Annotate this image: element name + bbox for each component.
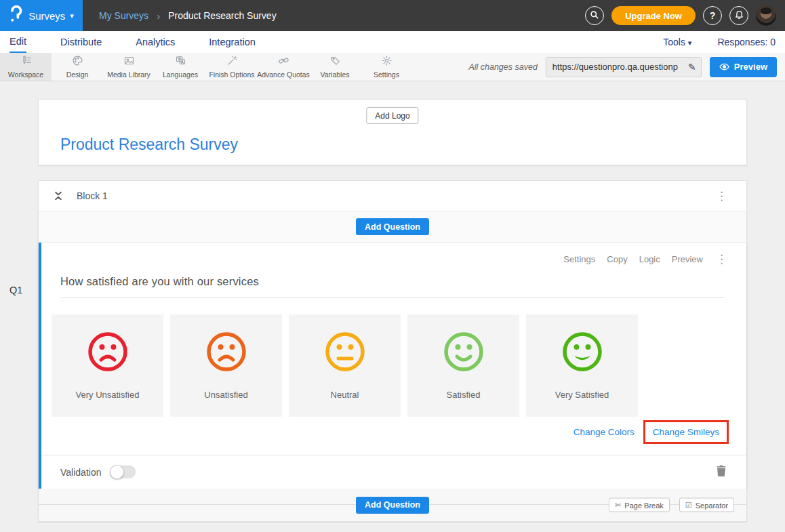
- app-menu-label: Surveys: [28, 10, 65, 22]
- edit-toolbar: Workspace Design Media Library Languages…: [0, 53, 785, 81]
- tag-icon: [329, 55, 341, 69]
- toolbar-item-finish-options[interactable]: Finish Options: [206, 53, 258, 81]
- responses-count[interactable]: Responses: 0: [717, 37, 776, 47]
- question-card: Settings Copy Logic Preview ⋮ How satisf…: [39, 243, 746, 489]
- survey-nav: Edit Distribute Analytics Integration To…: [0, 31, 785, 53]
- tab-edit[interactable]: Edit: [9, 32, 26, 53]
- image-icon: [123, 55, 135, 69]
- survey-url-value[interactable]: https://questionpro.qa.questionp: [546, 62, 683, 72]
- breadcrumb: My Surveys › Product Research Survey: [99, 10, 277, 22]
- smiley-option-very-satisfied[interactable]: Very Satisfied: [526, 314, 638, 417]
- questionpro-logo-icon: [9, 5, 22, 26]
- block-footer: Add Question ✄ Page Break ☑ Separator: [39, 489, 746, 521]
- collapse-block-icon[interactable]: [54, 190, 64, 202]
- add-question-button-top[interactable]: Add Question: [356, 218, 429, 235]
- magic-wand-icon: [226, 55, 238, 69]
- tools-menu[interactable]: Tools ▾: [663, 37, 691, 47]
- add-question-row-top: Add Question: [39, 212, 746, 243]
- user-avatar[interactable]: [756, 5, 776, 26]
- toolbar-item-media-library[interactable]: Media Library: [103, 53, 155, 81]
- search-button[interactable]: [585, 6, 604, 25]
- notifications-button[interactable]: [729, 6, 748, 25]
- scissors-icon: ✄: [615, 501, 621, 510]
- question-mark-icon: ?: [710, 10, 716, 21]
- question-copy-link[interactable]: Copy: [607, 254, 627, 264]
- breadcrumb-current: Product Research Survey: [168, 10, 277, 21]
- upgrade-now-button[interactable]: Upgrade Now: [611, 6, 696, 25]
- toolbar-item-languages[interactable]: Languages: [155, 53, 206, 81]
- save-status-text: All changes saved: [468, 62, 537, 72]
- trash-icon: [717, 467, 726, 478]
- help-button[interactable]: ?: [703, 6, 722, 25]
- validation-toggle[interactable]: [110, 466, 136, 478]
- validation-row: Validation: [41, 455, 746, 489]
- delete-question-button[interactable]: [717, 465, 726, 479]
- chain-link-icon: [278, 55, 289, 69]
- smiley-scale: Very Unsatisfied Unsatisfied Neutral Sat…: [52, 314, 638, 417]
- toolbar-item-advance-quotas[interactable]: Advance Quotas: [258, 53, 309, 81]
- chevron-down-icon: ▾: [70, 12, 74, 20]
- topbar-actions: Upgrade Now ?: [585, 5, 785, 26]
- tab-analytics[interactable]: Analytics: [136, 33, 175, 52]
- gear-icon: [381, 55, 392, 69]
- smiley-customize-links: Change Colors Change Smileys: [573, 420, 729, 444]
- separator-button[interactable]: ☑ Separator: [679, 498, 734, 512]
- toggle-knob: [110, 465, 124, 479]
- block-card: Block 1 ⋮ Add Question Settings Copy Log…: [38, 180, 747, 522]
- question-text-wrap: How satisfied are you with our services: [60, 275, 725, 298]
- question-text[interactable]: How satisfied are you with our services: [60, 275, 259, 287]
- block-header: Block 1 ⋮: [39, 181, 746, 212]
- smiley-option-unsatisfied[interactable]: Unsatisfied: [170, 314, 282, 417]
- breadcrumb-my-surveys[interactable]: My Surveys: [99, 10, 148, 21]
- top-bar: Surveys ▾ My Surveys › Product Research …: [0, 0, 785, 31]
- toolbar-item-variables[interactable]: Variables: [309, 53, 361, 81]
- search-icon: [590, 10, 599, 22]
- toolbar-item-design[interactable]: Design: [52, 53, 103, 81]
- add-question-button-bottom[interactable]: Add Question: [356, 497, 429, 514]
- app-logo-menu[interactable]: Surveys ▾: [0, 0, 83, 31]
- survey-url-field[interactable]: https://questionpro.qa.questionp ✎: [546, 57, 702, 77]
- tab-integration[interactable]: Integration: [209, 33, 256, 52]
- checkbox-icon: ☑: [685, 501, 692, 510]
- validation-label: Validation: [60, 467, 101, 478]
- block-options-kebab-icon[interactable]: ⋮: [712, 189, 731, 203]
- question-options-kebab-icon[interactable]: ⋮: [712, 252, 731, 266]
- workspace-icon: [20, 55, 32, 69]
- survey-title[interactable]: Product Research Survey: [60, 136, 238, 154]
- chevron-down-icon: ▾: [688, 39, 692, 47]
- translate-icon: [175, 55, 186, 69]
- breadcrumb-separator-icon: ›: [157, 10, 160, 22]
- question-id-label: Q1: [9, 285, 22, 295]
- survey-header-card: Add Logo Product Research Survey: [38, 99, 747, 165]
- tab-distribute[interactable]: Distribute: [60, 33, 102, 52]
- change-smileys-link[interactable]: Change Smileys: [653, 427, 719, 437]
- block-title[interactable]: Block 1: [77, 190, 108, 201]
- smiley-option-very-unsatisfied[interactable]: Very Unsatisfied: [52, 314, 163, 417]
- page-break-button[interactable]: ✄ Page Break: [609, 498, 670, 512]
- question-menu: Settings Copy Logic Preview ⋮: [563, 252, 731, 266]
- eye-icon: [719, 63, 729, 70]
- question-settings-link[interactable]: Settings: [563, 254, 595, 264]
- palette-icon: [72, 55, 83, 69]
- toolbar-item-settings[interactable]: Settings: [361, 53, 412, 81]
- add-logo-button[interactable]: Add Logo: [366, 107, 418, 124]
- edit-url-icon[interactable]: ✎: [683, 62, 701, 73]
- smiley-option-neutral[interactable]: Neutral: [289, 314, 401, 417]
- change-smileys-highlight-box: Change Smileys: [643, 420, 729, 444]
- toolbar-item-workspace[interactable]: Workspace: [0, 53, 52, 81]
- question-logic-link[interactable]: Logic: [639, 254, 660, 264]
- preview-button[interactable]: Preview: [710, 57, 777, 77]
- question-preview-link[interactable]: Preview: [672, 254, 703, 264]
- bell-icon: [735, 10, 744, 22]
- change-colors-link[interactable]: Change Colors: [573, 427, 635, 437]
- smiley-option-satisfied[interactable]: Satisfied: [407, 314, 519, 417]
